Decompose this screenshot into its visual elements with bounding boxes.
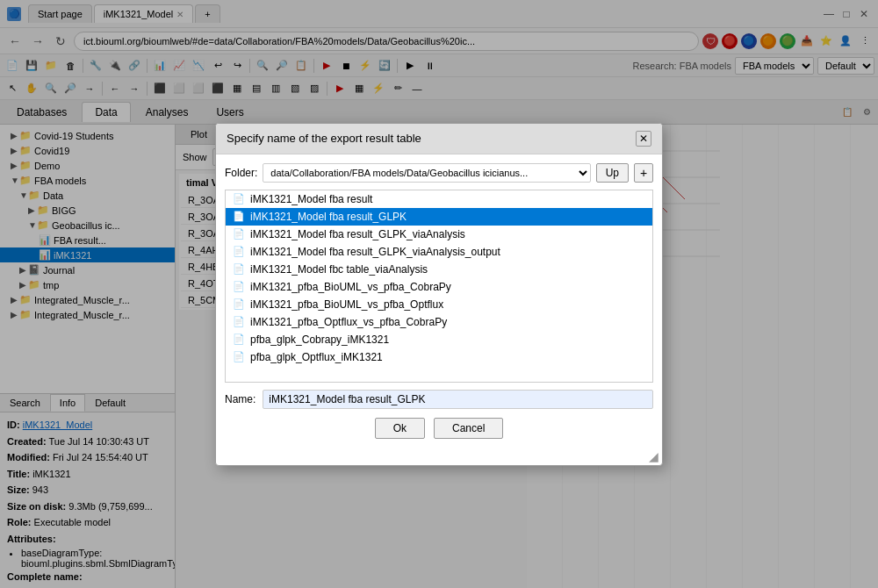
dialog-overlay: Specify name of the export result table … bbox=[0, 0, 878, 588]
cancel-btn[interactable]: Cancel bbox=[434, 418, 503, 439]
file-list-item[interactable]: 📄iMK1321_Model fba result_GLPK bbox=[226, 208, 652, 226]
file-icon: 📄 bbox=[233, 333, 245, 345]
dialog-close-btn[interactable]: ✕ bbox=[636, 131, 651, 147]
file-icon: 📄 bbox=[233, 228, 245, 240]
file-name: pfba_glpk_Optflux_iMK1321 bbox=[250, 351, 383, 363]
folder-select[interactable]: data/Collaboration/FBA models/Data/Geoba… bbox=[263, 163, 590, 183]
dialog-buttons: Ok Cancel bbox=[225, 418, 653, 439]
file-list-item[interactable]: 📄pfba_glpk_Optflux_iMK1321 bbox=[226, 348, 652, 366]
name-label: Name: bbox=[225, 393, 255, 405]
file-name: pfba_glpk_Cobrapy_iMK1321 bbox=[250, 333, 389, 346]
file-icon: 📄 bbox=[233, 193, 245, 204]
file-list-item[interactable]: 📄iMK1321_Model fba result_GLPK_viaAnalys… bbox=[226, 243, 652, 261]
file-icon: 📄 bbox=[233, 246, 245, 257]
file-list-item[interactable]: 📄iMK1321_pfba_Optflux_vs_pfba_CobraPy bbox=[226, 313, 652, 331]
dialog-body: Folder: data/Collaboration/FBA models/Da… bbox=[216, 154, 662, 448]
file-list-item[interactable]: 📄iMK1321_pfba_BioUML_vs_pfba_Optflux bbox=[226, 296, 652, 313]
file-list-item[interactable]: 📄iMK1321_pfba_BioUML_vs_pfba_CobraPy bbox=[226, 278, 652, 296]
add-folder-btn[interactable]: + bbox=[634, 163, 653, 183]
file-icon: 📄 bbox=[233, 316, 245, 327]
ok-btn[interactable]: Ok bbox=[375, 418, 425, 439]
file-icon: 📄 bbox=[233, 351, 245, 362]
file-name: iMK1321_Model fba result_GLPK bbox=[250, 211, 407, 223]
file-list-item[interactable]: 📄iMK1321_Model fbc table_viaAnalysis bbox=[226, 261, 652, 278]
dialog-title-bar: Specify name of the export result table … bbox=[216, 124, 662, 154]
export-dialog: Specify name of the export result table … bbox=[215, 123, 663, 466]
file-icon: 📄 bbox=[233, 211, 245, 222]
name-bar: Name: bbox=[225, 390, 653, 409]
file-icon: 📄 bbox=[233, 263, 245, 275]
file-icon: 📄 bbox=[233, 298, 245, 310]
dialog-title: Specify name of the export result table bbox=[227, 132, 421, 145]
file-name: iMK1321_Model fba result bbox=[250, 193, 372, 205]
file-name: iMK1321_Model fbc table_viaAnalysis bbox=[250, 263, 428, 276]
file-name: iMK1321_pfba_BioUML_vs_pfba_CobraPy bbox=[250, 281, 451, 293]
up-btn[interactable]: Up bbox=[596, 163, 629, 183]
file-list: 📄iMK1321_Model fba result📄iMK1321_Model … bbox=[225, 190, 653, 383]
file-name: iMK1321_Model fba result_GLPK_viaAnalysi… bbox=[250, 228, 465, 240]
file-name: iMK1321_Model fba result_GLPK_viaAnalysi… bbox=[250, 246, 500, 258]
folder-bar: Folder: data/Collaboration/FBA models/Da… bbox=[225, 163, 653, 183]
file-list-item[interactable]: 📄iMK1321_Model fba result_GLPK_viaAnalys… bbox=[226, 226, 652, 243]
file-icon: 📄 bbox=[233, 281, 245, 292]
file-name: iMK1321_pfba_BioUML_vs_pfba_Optflux bbox=[250, 298, 443, 311]
dialog-resize[interactable]: ◢ bbox=[216, 448, 662, 465]
file-name: iMK1321_pfba_Optflux_vs_pfba_CobraPy bbox=[250, 316, 447, 328]
file-list-item[interactable]: 📄iMK1321_Model fba result bbox=[226, 190, 652, 208]
name-input[interactable] bbox=[263, 390, 653, 409]
file-list-item[interactable]: 📄pfba_glpk_Cobrapy_iMK1321 bbox=[226, 331, 652, 348]
folder-label: Folder: bbox=[225, 167, 257, 179]
